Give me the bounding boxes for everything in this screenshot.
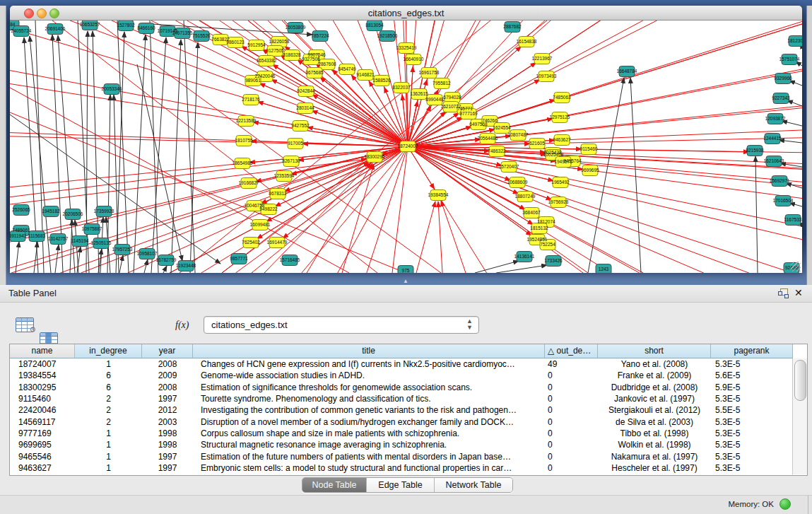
- table-cell: 0: [545, 462, 601, 474]
- table-row[interactable]: 1456911722003Disruption of a novel membe…: [10, 416, 792, 428]
- svg-text:1244415: 1244415: [763, 136, 782, 141]
- network-canvas[interactable]: 1842405572420691406106532571527802846616…: [10, 21, 802, 273]
- table-cell: 9115460: [10, 393, 83, 404]
- table-row[interactable]: 1830029562008Estimation of significance …: [10, 382, 792, 393]
- table-type-segmented-control: Node TableEdge TableNetwork Table: [302, 477, 513, 493]
- table-row[interactable]: 977716911998Corpus callosum shape and si…: [10, 428, 792, 439]
- tab-network-table[interactable]: Network Table: [435, 478, 512, 492]
- table-row[interactable]: 1938455462009Genome-wide association stu…: [10, 370, 792, 381]
- table-cell: 2: [75, 416, 142, 428]
- table-cell: 2: [75, 393, 142, 404]
- table-cell: 1: [75, 428, 142, 439]
- svg-text:1527802: 1527802: [117, 23, 135, 28]
- svg-text:8813054: 8813054: [365, 23, 384, 28]
- table-cell: Genome-wide association studies in ADHD.: [193, 370, 553, 381]
- table-cell: 0: [545, 416, 601, 428]
- table-cell: Franke et al. (2009): [598, 370, 711, 381]
- column-header-out_de[interactable]: △ out_de…: [545, 344, 598, 358]
- table-row[interactable]: 2242004622012Investigating the contribut…: [10, 404, 792, 416]
- svg-text:9146821: 9146821: [356, 72, 375, 77]
- table-cell: 1: [75, 451, 142, 462]
- svg-text:15751074: 15751074: [779, 57, 800, 62]
- table-cell: 9777169: [10, 428, 83, 439]
- close-panel-icon[interactable]: ✕: [794, 287, 803, 298]
- table-cell: 1998: [142, 428, 193, 439]
- tab-node-table[interactable]: Node Table: [302, 478, 367, 492]
- svg-text:752254: 752254: [540, 242, 555, 247]
- table-cell: Estimation of the future numbers of pati…: [193, 451, 553, 462]
- scrollbar-thumb[interactable]: [794, 360, 806, 401]
- svg-text:16154838: 16154838: [517, 39, 537, 44]
- svg-text:8678312: 8678312: [269, 191, 287, 196]
- table-settings-icon[interactable]: ⚙: [16, 317, 34, 332]
- table-cell: 0: [545, 428, 601, 439]
- svg-text:1949571: 1949571: [554, 159, 572, 164]
- svg-text:8215938: 8215938: [746, 148, 764, 153]
- svg-text:16914479: 16914479: [267, 240, 288, 245]
- table-cell: 0: [545, 393, 601, 404]
- column-header-name[interactable]: name: [10, 344, 75, 358]
- column-header-title[interactable]: title: [193, 344, 545, 358]
- svg-text:1145194: 1145194: [71, 238, 89, 243]
- table-cell: 0: [545, 382, 601, 393]
- svg-text:16782759: 16782759: [156, 257, 177, 262]
- network-window-titlebar[interactable]: citations_edges.txt: [10, 6, 802, 21]
- table-row[interactable]: 969969511998Structural magnetic resonanc…: [10, 439, 792, 450]
- table-row[interactable]: 946554611997Estimation of the future num…: [10, 451, 792, 462]
- table-row[interactable]: 1872400712008Changes of HCN gene express…: [10, 358, 792, 370]
- svg-text:7857224: 7857224: [311, 33, 329, 38]
- tab-edge-table[interactable]: Edge Table: [367, 478, 435, 492]
- svg-text:1362615: 1362615: [410, 91, 428, 96]
- table-header-row: namein_degreeyeartitle△ out_de…shortpage…: [10, 344, 792, 358]
- splitter-handle-icon[interactable]: ▲: [403, 279, 408, 284]
- table-cell: Wolkin et al. (1998): [598, 439, 711, 450]
- svg-text:11923448: 11923448: [176, 263, 196, 268]
- svg-text:9463627: 9463627: [553, 137, 571, 142]
- table-cell: 1: [75, 358, 142, 370]
- table-row[interactable]: 911546021997Tourette syndrome. Phenomeno…: [10, 393, 792, 404]
- svg-text:917005: 917005: [288, 141, 303, 146]
- vertical-scrollbar[interactable]: [792, 358, 807, 474]
- column-header-in_degree[interactable]: in_degree: [75, 344, 142, 358]
- svg-text:18226058: 18226058: [269, 39, 290, 44]
- svg-text:8267130: 8267130: [282, 158, 300, 163]
- svg-text:19384554: 19384554: [428, 192, 449, 197]
- float-panel-icon[interactable]: [778, 288, 788, 298]
- table-tabs-row: Node TableEdge TableNetwork Table: [0, 476, 812, 494]
- function-builder-button[interactable]: f(x): [175, 320, 189, 331]
- resize-grip-icon[interactable]: [791, 262, 801, 271]
- table-cell: Jankovic et al. (1997): [598, 393, 711, 404]
- svg-text:13142757: 13142757: [48, 236, 69, 241]
- svg-text:1812304: 1812304: [787, 38, 802, 43]
- svg-text:1965492: 1965492: [551, 180, 570, 185]
- table-cell: Estimation of significance thresholds fo…: [193, 382, 553, 393]
- table-panel-title: Table Panel: [8, 288, 57, 298]
- table-cell: 1997: [142, 451, 193, 462]
- svg-text:16099481: 16099481: [250, 222, 271, 227]
- svg-text:19524851: 19524851: [527, 237, 548, 242]
- column-header-pagerank[interactable]: pagerank: [711, 344, 793, 358]
- svg-text:17957253: 17957253: [112, 247, 133, 252]
- svg-text:16543382: 16543382: [257, 58, 277, 63]
- svg-text:12213589: 12213589: [236, 118, 257, 123]
- cytoscape-app: citations_edges.txt 18424055724206914061…: [0, 0, 812, 514]
- column-header-year[interactable]: year: [142, 344, 193, 358]
- svg-text:2718176: 2718176: [242, 97, 260, 102]
- svg-text:1243: 1243: [599, 267, 609, 271]
- table-select-dropdown[interactable]: citations_edges.txt ▲▼: [204, 316, 479, 334]
- column-header-short[interactable]: short: [598, 344, 711, 358]
- svg-text:621605: 621605: [529, 141, 545, 146]
- svg-text:12213967: 12213967: [532, 56, 553, 61]
- table-cell: 2003: [142, 416, 193, 428]
- table-cell: Hescheler et al. (1997): [598, 462, 711, 474]
- citation-network-graph[interactable]: 1842405572420691406106532571527802846616…: [10, 21, 802, 273]
- svg-text:3911941: 3911941: [10, 233, 27, 238]
- table-cell: 18724007: [10, 358, 83, 370]
- table-cell: 5.3E-5: [711, 428, 792, 439]
- table-toolbar: ⚙ ✔ ✔ ✕ f(x) citations_edges.txt ▲▼: [0, 302, 812, 341]
- table-row[interactable]: 946362711997Embryonic stem cells: a mode…: [10, 462, 792, 474]
- svg-text:975: 975: [402, 268, 410, 273]
- table-cell: de Silva et al. (2003): [598, 416, 711, 428]
- table-cell: 1998: [142, 439, 193, 450]
- svg-text:989061: 989061: [245, 78, 261, 83]
